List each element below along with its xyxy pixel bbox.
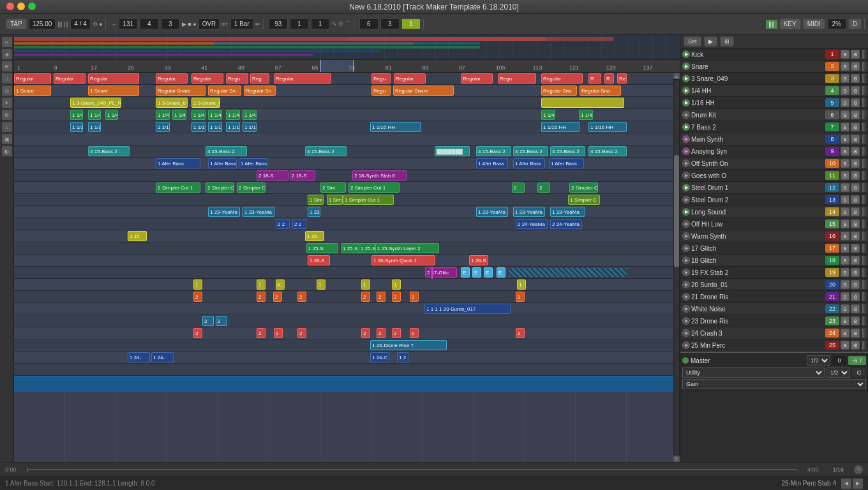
clip-simpler-6[interactable]: 2 [512, 182, 525, 193]
play-19fx[interactable]: ▶ [682, 269, 690, 276]
play-hh16[interactable]: ▶ [682, 99, 690, 107]
clip-hh16-9[interactable]: 1 1/16 HH [541, 122, 580, 132]
clip-hh4-2[interactable]: 1 1/4 [88, 110, 101, 120]
clip-simpler-8[interactable]: 2 Simpler C [569, 182, 598, 193]
key-button[interactable]: KEY [779, 19, 801, 29]
mute-offhit[interactable]: ⊙ [851, 219, 860, 228]
mute-hh16[interactable]: ⊙ [851, 98, 860, 107]
mute-kick[interactable]: ⊙ [851, 50, 860, 59]
mute-longsound[interactable]: ⊙ [851, 207, 860, 216]
master-half2[interactable]: 1/2 [827, 368, 850, 378]
solo-snare[interactable]: S [841, 62, 849, 71]
clip-kick-7[interactable]: Reg [250, 73, 269, 84]
clip-wn-3[interactable]: 2 [274, 328, 283, 338]
clip-kick-12[interactable]: Regu [498, 73, 536, 84]
play-snare[interactable]: ▶ [682, 63, 690, 70]
clip-glitch-sq2[interactable]: E [472, 267, 481, 278]
clip-hh16-1[interactable]: 1 1/16 [70, 122, 83, 132]
clip-sim-2[interactable]: 1 Sim [327, 195, 343, 205]
gain-select[interactable]: Gain [682, 379, 866, 389]
sidebar-icon-9[interactable]: ▣ [2, 134, 12, 144]
clip-hh4-6[interactable]: 1 1/4 [191, 110, 206, 120]
play-mainsynth[interactable]: ▶ [682, 135, 690, 143]
play-anoyingsyn[interactable]: ▶ [682, 147, 690, 155]
clip-sim-1[interactable]: 1 Sim [308, 195, 324, 205]
ctrl-btn-2[interactable]: ⊞ [720, 36, 734, 47]
solo-18glitch[interactable]: S [841, 256, 849, 265]
clip-15-2[interactable]: 1 15- [305, 231, 324, 241]
clip-kick-10[interactable]: Regular [394, 73, 426, 84]
clip-crash-2[interactable]: 1 24- [151, 352, 174, 362]
close-button[interactable] [6, 3, 14, 10]
clip-23yea-6[interactable]: 1 23-YeaMa [550, 207, 585, 217]
clip-drone-rise[interactable]: 1 23-Drone Rise 7 [370, 340, 447, 350]
play-drumkit[interactable]: ▶ [682, 111, 690, 119]
clip-23yea-4[interactable]: 1 23-YeaMa [476, 207, 508, 217]
mute-warmsynth[interactable]: ⊙ [851, 232, 860, 241]
clip-24yea-1[interactable]: 2 2 [276, 219, 290, 229]
clip-wn-9[interactable]: 2 [516, 328, 525, 338]
clip-hh4-7[interactable]: 1 1/4 [208, 110, 222, 120]
clip-fx-5[interactable]: 2 [361, 292, 370, 302]
clip-snare049-1[interactable]: 1 3-Snare_049_PL_R [70, 98, 121, 108]
clip-26synth-1[interactable]: 1 26-S [308, 255, 330, 265]
clip-snare049-3[interactable]: 1 3-Snare_0 [191, 98, 220, 108]
solo-bass2[interactable]: S [841, 122, 849, 131]
clip-afer-bass-2[interactable]: 1 Afer Bass [208, 158, 237, 168]
clip-kick-4[interactable]: Regular [156, 73, 188, 84]
play-drone23[interactable]: ▶ [682, 317, 690, 325]
clip-kick-13[interactable]: Regular [541, 73, 583, 84]
clip-15-1[interactable]: 1 15 [128, 231, 147, 241]
sidebar-icon-8[interactable]: ♫ [2, 122, 12, 132]
play-surdo[interactable]: ▶ [682, 281, 690, 288]
clip-fx-9[interactable]: 2 [516, 292, 525, 302]
clip-kick-6[interactable]: Regu [226, 73, 248, 84]
clip-hh4-5[interactable]: 1 1/4 [172, 110, 186, 120]
mute-steeldrum1[interactable]: ⊙ [851, 183, 860, 192]
clip-wn-7[interactable]: 2 [392, 328, 401, 338]
scroll-down-button[interactable]: ▼ [673, 456, 680, 462]
clip-18synth-2[interactable]: 2 18-S [290, 170, 315, 181]
mute-goeswith[interactable]: ⊙ [851, 171, 860, 180]
minimize-button[interactable] [17, 3, 25, 10]
clip-hh4-11[interactable]: 1 1/4 HH [579, 110, 593, 120]
clip-kick-9[interactable]: Regu [371, 73, 391, 84]
scroll-thumb[interactable] [674, 155, 679, 267]
clip-afer-bass-3[interactable]: 1 Afer Bass [239, 158, 267, 168]
ctrl-btn-1[interactable]: ▶ [704, 36, 717, 47]
solo-warmsynth[interactable]: S [841, 232, 849, 241]
clip-bass-1[interactable]: 4 15-Bass 2 [88, 146, 130, 156]
mute-offsynth[interactable]: ⊙ [851, 159, 860, 168]
clip-snare-5[interactable]: Regular Sn [244, 85, 276, 96]
clip-kick-5[interactable]: Regular [191, 73, 223, 84]
clip-glitch-sq1[interactable]: E [461, 267, 470, 278]
sidebar-icon-4[interactable]: ♩ [2, 73, 12, 84]
clip-wn-2[interactable]: 2 [257, 328, 266, 338]
solo-steeldrum2[interactable]: S [841, 195, 849, 204]
clip-wn-8[interactable]: 2 [410, 328, 419, 338]
clip-hh4-4[interactable]: 1 1/4 [156, 110, 170, 120]
midi-button[interactable]: MIDI [803, 19, 825, 29]
play-hh4[interactable]: ▶ [682, 87, 690, 94]
clip-hh16-5[interactable]: 1 1/16 [208, 122, 222, 132]
timeline-bar[interactable] [27, 469, 797, 470]
mute-mainsynth[interactable]: ⊙ [851, 135, 860, 144]
clip-crash-1[interactable]: 1 24- [128, 352, 150, 362]
clip-fx-7[interactable]: 2 [392, 292, 401, 302]
clip-afer-bass-1[interactable]: 1 Afer Bass [156, 158, 200, 168]
solo-kick[interactable]: S [841, 50, 849, 59]
mute-whitenoise[interactable]: ⊙ [851, 304, 860, 313]
clip-simpler-4[interactable]: 2 Sim [320, 182, 346, 193]
solo-crash3[interactable]: S [841, 329, 849, 338]
clip-23yea-5[interactable]: 1 23-YeaMa [513, 207, 545, 217]
clip-simpler-7[interactable]: 2 [537, 182, 550, 193]
play-offhit[interactable]: ▶ [682, 220, 690, 228]
clip-afer-bass-5[interactable]: 1 Afer Bass [513, 158, 545, 168]
play-offsynth[interactable]: ▶ [682, 160, 690, 167]
clip-hh16-7[interactable]: 1 1/16 HH [243, 122, 257, 132]
play-warmsynth[interactable]: ▶ [682, 232, 690, 240]
mute-anoyingsyn[interactable]: ⊙ [851, 147, 860, 156]
clip-fx-4[interactable]: 2 [297, 292, 306, 302]
clip-sq-1[interactable]: 1 [193, 279, 202, 290]
solo-offhit[interactable]: S [841, 219, 849, 228]
